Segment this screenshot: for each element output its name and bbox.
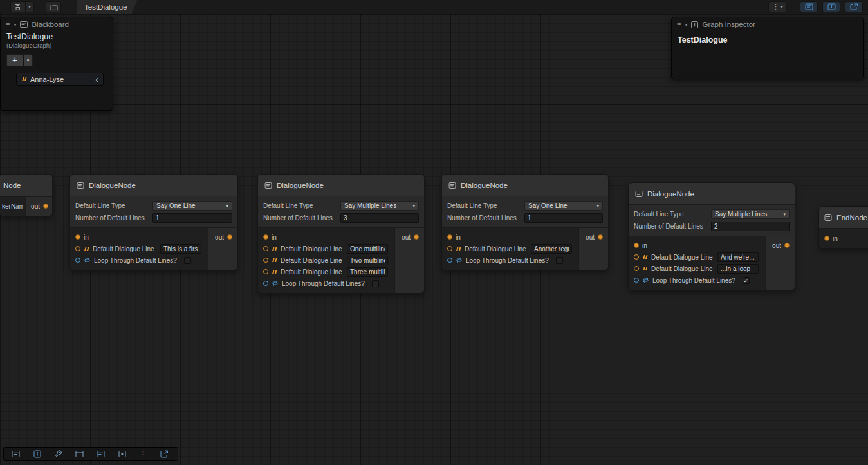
num-lines-field[interactable] bbox=[711, 222, 790, 231]
line-type-label: Default Line Type bbox=[447, 202, 522, 209]
drag-handle-icon[interactable]: ≡ bbox=[6, 21, 10, 28]
node-ports: in Default Dialogue Line 1 Default Dialo… bbox=[629, 236, 795, 290]
console-panel-button[interactable] bbox=[6, 448, 26, 460]
node-title[interactable]: EndNode bbox=[819, 207, 868, 229]
toggle-minimap-button[interactable] bbox=[845, 1, 863, 12]
dialogue-line-field[interactable] bbox=[531, 244, 572, 254]
open-graph-button[interactable] bbox=[46, 2, 60, 12]
inspector-icon bbox=[691, 21, 698, 28]
chevron-down-icon: ▾ bbox=[783, 212, 786, 217]
in-port[interactable] bbox=[447, 234, 452, 240]
loop-checkbox[interactable] bbox=[556, 257, 563, 264]
dialogue-node-icon bbox=[77, 182, 84, 189]
drag-handle-icon[interactable]: ≡ bbox=[677, 21, 681, 28]
dialogue-node-3[interactable]: DialogueNode Default Line Type Say One L… bbox=[441, 174, 609, 270]
quote-icon bbox=[21, 77, 27, 82]
inspector-panel-icon bbox=[827, 3, 836, 10]
node-title-label: EndNode bbox=[836, 214, 867, 222]
loop-checkbox[interactable]: ✓ bbox=[743, 277, 750, 284]
dialogue-line-port[interactable] bbox=[447, 246, 452, 251]
blackboard-icon bbox=[20, 21, 28, 28]
add-property-button[interactable]: + bbox=[6, 54, 23, 66]
loop-port[interactable] bbox=[75, 258, 80, 263]
dialogue-node-4[interactable]: DialogueNode Default Line Type Say Multi… bbox=[628, 182, 795, 290]
dialogue-line-port[interactable] bbox=[263, 246, 268, 251]
num-lines-field[interactable] bbox=[152, 213, 232, 223]
dialogue-line-field[interactable] bbox=[347, 244, 388, 254]
node-title-label: Node bbox=[3, 182, 21, 189]
line-type-dropdown[interactable]: Say One Line ▾ bbox=[524, 201, 603, 211]
dialogue-line-field[interactable] bbox=[717, 264, 759, 274]
graph-inspector-header[interactable]: ≡ ▾ Graph Inspector bbox=[672, 17, 863, 32]
dialogue-node-1[interactable]: DialogueNode Default Line Type Say One L… bbox=[69, 174, 238, 270]
dialogue-line-field[interactable] bbox=[347, 267, 388, 277]
loop-port[interactable] bbox=[447, 258, 452, 263]
loop-checkbox[interactable] bbox=[184, 257, 191, 264]
blackboard-header[interactable]: ≡ ▾ Blackboard bbox=[1, 17, 113, 32]
in-port[interactable] bbox=[75, 234, 80, 240]
dialogue-line-field[interactable] bbox=[347, 256, 388, 265]
play-button[interactable] bbox=[112, 448, 132, 460]
toggle-graph-inspector-button[interactable] bbox=[822, 1, 840, 12]
dialogue-node-2[interactable]: DialogueNode Default Line Type Say Multi… bbox=[257, 174, 425, 294]
end-node-icon bbox=[824, 214, 832, 222]
dialogue-line-port[interactable] bbox=[634, 254, 639, 260]
node-title-label: DialogueNode bbox=[277, 182, 324, 189]
breadcrumb-tab-graph[interactable]: TestDialogue bbox=[77, 0, 137, 14]
fullscreen-button[interactable] bbox=[154, 448, 174, 460]
bottom-menu-button[interactable]: ⋮ bbox=[133, 448, 153, 460]
dialogue-line-port[interactable] bbox=[75, 246, 80, 251]
loop-icon bbox=[84, 257, 91, 263]
in-port[interactable] bbox=[263, 234, 268, 240]
node-title-label: DialogueNode bbox=[647, 190, 694, 198]
loop-icon bbox=[456, 257, 463, 263]
save-dropdown-button[interactable]: ▾ bbox=[25, 2, 33, 12]
loop-port[interactable] bbox=[263, 281, 268, 286]
loop-port[interactable] bbox=[634, 278, 639, 283]
line-type-dropdown[interactable]: Say One Line ▾ bbox=[152, 201, 232, 211]
property-name-label: Anna-Lyse bbox=[30, 75, 64, 83]
end-node[interactable]: EndNode in bbox=[818, 206, 868, 249]
out-port[interactable] bbox=[414, 234, 419, 240]
dialogue-line-port[interactable] bbox=[263, 258, 268, 263]
dialogue-line-port[interactable] bbox=[634, 266, 639, 271]
line-type-dropdown[interactable]: Say Multiple Lines ▾ bbox=[711, 209, 790, 219]
inspector-panel-button[interactable] bbox=[27, 448, 47, 460]
loop-checkbox[interactable] bbox=[372, 280, 379, 287]
node-title[interactable]: DialogueNode bbox=[629, 183, 795, 205]
node-title[interactable]: Node bbox=[0, 175, 52, 196]
out-port[interactable] bbox=[598, 234, 603, 240]
add-property-dropdown-button[interactable]: ▾ bbox=[24, 54, 33, 66]
in-port[interactable] bbox=[824, 236, 829, 241]
node-title[interactable]: DialogueNode bbox=[70, 175, 237, 196]
window-button[interactable] bbox=[69, 448, 89, 460]
dialogue-line-field[interactable] bbox=[160, 244, 201, 254]
quote-icon bbox=[272, 258, 277, 263]
blackboard-button[interactable] bbox=[91, 448, 111, 460]
node-title[interactable]: DialogueNode bbox=[258, 175, 424, 196]
tools-button[interactable] bbox=[48, 448, 68, 460]
collapse-caret-icon[interactable]: ▾ bbox=[14, 22, 16, 28]
blackboard-property-anna-lyse[interactable]: Anna-Lyse ‹ bbox=[16, 73, 104, 86]
out-port[interactable] bbox=[784, 243, 790, 248]
quote-icon bbox=[272, 269, 277, 274]
out-port[interactable] bbox=[43, 204, 48, 209]
speaker-node[interactable]: Node kerName out bbox=[0, 174, 53, 216]
num-lines-field[interactable] bbox=[340, 213, 419, 223]
dialogue-line-field[interactable] bbox=[717, 252, 759, 262]
node-title-label: DialogueNode bbox=[461, 182, 508, 189]
dialogue-line-port[interactable] bbox=[263, 269, 268, 274]
toolbar-menu-button[interactable]: ⋮ ▾ bbox=[768, 1, 787, 12]
line-type-value: Say One Line bbox=[528, 202, 568, 209]
collapse-caret-icon[interactable]: ▾ bbox=[685, 22, 687, 28]
out-port[interactable] bbox=[227, 234, 232, 240]
chevron-down-icon: ▾ bbox=[226, 204, 228, 209]
loop-label: Loop Through Default Lines? bbox=[94, 257, 177, 264]
in-port[interactable] bbox=[634, 243, 639, 248]
num-lines-field[interactable] bbox=[524, 213, 603, 223]
save-button[interactable] bbox=[11, 2, 25, 12]
node-title[interactable]: DialogueNode bbox=[442, 175, 608, 196]
chevron-left-icon[interactable]: ‹ bbox=[95, 76, 98, 82]
toggle-blackboard-button[interactable] bbox=[800, 1, 818, 12]
line-type-dropdown[interactable]: Say Multiple Lines ▾ bbox=[340, 201, 419, 211]
